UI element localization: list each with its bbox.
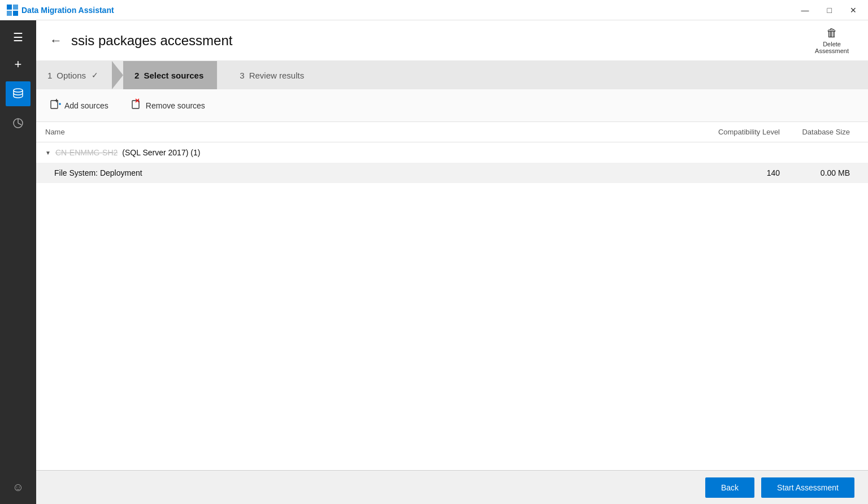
add-sources-button[interactable]: Add sources — [45, 96, 113, 115]
svg-line-7 — [18, 123, 21, 125]
close-button[interactable]: ✕ — [845, 3, 861, 17]
wizard-arrow-2 — [217, 61, 228, 89]
tree-chevron[interactable]: ▼ — [45, 150, 51, 156]
app-container: ☰ + ☺ ← ssis packa — [0, 20, 868, 504]
svg-rect-2 — [7, 11, 12, 16]
col-header-size: Database Size — [780, 128, 859, 136]
header-left: ← ssis packages accessment — [50, 33, 232, 49]
svg-rect-1 — [13, 5, 18, 10]
item-compat: 140 — [678, 168, 780, 177]
logo-icon — [7, 5, 18, 16]
start-assessment-button[interactable]: Start Assessment — [761, 477, 854, 498]
table-row: File System: Deployment 140 0.00 MB — [36, 163, 868, 183]
server-name-redacted: CN-ENMMG-SH2 — [55, 148, 118, 157]
delete-assessment-label: Delete Assessment — [815, 41, 849, 54]
wizard-steps: 1 Options ✓ 2 Select sources 3 Review re… — [36, 61, 868, 89]
wizard-step-options: 1 Options ✓ — [36, 61, 112, 89]
delete-icon: 🗑 — [826, 27, 837, 40]
remove-sources-button[interactable]: Remove sources — [127, 96, 210, 115]
reports-icon — [12, 117, 24, 129]
wizard-step-review-results: 3 Review results — [228, 61, 318, 89]
tree-server-row[interactable]: ▼ CN-ENMMG-SH2 (SQL Server 2017) (1) — [36, 142, 868, 163]
sidebar-item-databases[interactable] — [6, 81, 31, 106]
col-header-compat: Compatibility Level — [678, 128, 780, 136]
toolbar: Add sources Remove sources — [36, 89, 868, 122]
sidebar-bottom: ☺ — [6, 472, 31, 499]
databases-icon — [12, 88, 24, 100]
back-button[interactable]: Back — [705, 477, 754, 498]
minimize-button[interactable]: — — [797, 3, 814, 17]
sidebar-item-reports[interactable] — [6, 111, 31, 136]
step3-label: Review results — [249, 71, 305, 80]
svg-point-4 — [14, 89, 23, 92]
col-header-name: Name — [45, 128, 678, 136]
title-bar: Data Migration Assistant — □ ✕ — [0, 0, 868, 20]
svg-rect-3 — [13, 11, 18, 16]
step1-number: 1 — [47, 71, 52, 80]
app-logo: Data Migration Assistant — [7, 5, 114, 16]
item-name: File System: Deployment — [54, 168, 678, 177]
maximize-button[interactable]: □ — [823, 3, 836, 17]
add-sources-label: Add sources — [64, 101, 108, 110]
table-area: Name Compatibility Level Database Size ▼… — [36, 122, 868, 470]
menu-button[interactable]: ☰ — [6, 25, 31, 50]
window-controls: — □ ✕ — [797, 3, 861, 17]
sidebar: ☰ + ☺ — [0, 20, 36, 504]
footer: Back Start Assessment — [36, 470, 868, 504]
svg-rect-0 — [7, 5, 12, 10]
back-navigation-button[interactable]: ← — [50, 33, 62, 48]
add-sources-icon — [50, 98, 61, 112]
page-title: ssis packages accessment — [71, 33, 232, 49]
step1-check: ✓ — [92, 71, 98, 80]
step2-label: Select sources — [144, 71, 203, 80]
table-header: Name Compatibility Level Database Size — [36, 122, 868, 142]
wizard-step-select-sources: 2 Select sources — [123, 61, 217, 89]
step1-label: Options — [57, 71, 86, 80]
new-project-button[interactable]: + — [6, 52, 31, 77]
remove-sources-label: Remove sources — [146, 101, 205, 110]
feedback-button[interactable]: ☺ — [6, 475, 31, 499]
remove-sources-icon — [131, 98, 142, 112]
step3-number: 3 — [240, 71, 244, 80]
wizard-arrow-1 — [112, 61, 123, 89]
server-label-suffix: (SQL Server 2017) (1) — [122, 148, 200, 157]
item-size: 0.00 MB — [780, 168, 859, 177]
step2-number: 2 — [134, 71, 139, 80]
app-header: ← ssis packages accessment 🗑 Delete Asse… — [36, 20, 868, 61]
content-area: ← ssis packages accessment 🗑 Delete Asse… — [36, 20, 868, 504]
delete-assessment-button[interactable]: 🗑 Delete Assessment — [809, 23, 854, 58]
